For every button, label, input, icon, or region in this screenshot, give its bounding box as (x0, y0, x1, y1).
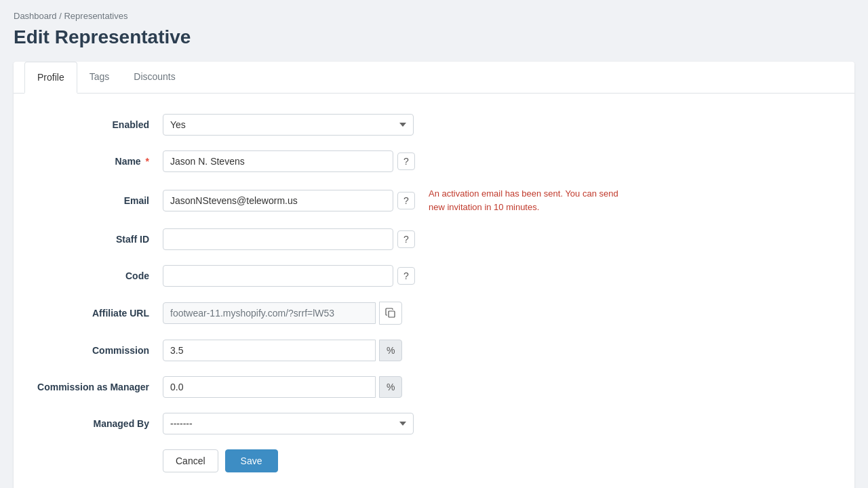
field-row-code: Code ? (27, 265, 841, 287)
commission-addon: % (379, 340, 402, 361)
required-star: * (143, 156, 149, 167)
field-row-name: Name * ? (27, 150, 841, 172)
email-notification: An activation email has been sent. You c… (429, 187, 632, 214)
label-commission: Commission (27, 345, 163, 356)
staff-id-control-wrap: ? (163, 228, 415, 250)
save-button[interactable]: Save (225, 449, 278, 472)
email-input[interactable] (163, 190, 393, 211)
breadcrumb-representatives: Representatives (64, 11, 127, 21)
page-wrapper: Dashboard / Representatives Edit Represe… (0, 0, 868, 488)
svg-rect-0 (389, 311, 395, 317)
commission-manager-addon: % (379, 376, 402, 398)
page-title: Edit Representative (14, 26, 854, 48)
label-staff-id: Staff ID (27, 234, 163, 245)
form-body: Enabled Yes No Name * ? (14, 94, 854, 488)
name-help-icon[interactable]: ? (397, 152, 415, 170)
affiliate-url-copy-icon[interactable] (379, 302, 402, 325)
commission-manager-input[interactable] (163, 376, 376, 398)
tab-bar: Profile Tags Discounts (14, 62, 854, 94)
button-wrap: Cancel Save (163, 449, 278, 472)
label-commission-manager: Commission as Manager (27, 382, 163, 392)
field-row-commission-manager: Commission as Manager % (27, 376, 841, 398)
code-help-icon[interactable]: ? (397, 267, 415, 285)
field-row-enabled: Enabled Yes No (27, 114, 841, 136)
label-code: Code (27, 270, 163, 281)
label-email: Email (27, 195, 163, 206)
code-control-wrap: ? (163, 265, 415, 287)
tab-discounts[interactable]: Discounts (121, 62, 187, 94)
email-control-wrap: ? (163, 190, 415, 211)
label-affiliate-url: Affiliate URL (27, 308, 163, 319)
main-card: Profile Tags Discounts Enabled Yes No Na… (14, 62, 854, 488)
code-input[interactable] (163, 265, 393, 287)
staff-id-help-icon[interactable]: ? (397, 230, 415, 248)
enabled-select[interactable]: Yes No (163, 114, 414, 136)
commission-input[interactable] (163, 340, 376, 361)
name-control-wrap: ? (163, 150, 415, 172)
label-enabled: Enabled (27, 119, 163, 130)
managed-by-select[interactable]: ------- (163, 413, 414, 434)
field-row-affiliate-url: Affiliate URL (27, 302, 841, 325)
field-row-email: Email ? An activation email has been sen… (27, 187, 841, 214)
button-row: Cancel Save (27, 449, 841, 472)
email-help-icon[interactable]: ? (397, 192, 415, 209)
affiliate-url-control-wrap (163, 302, 402, 325)
name-input[interactable] (163, 150, 393, 172)
tab-tags[interactable]: Tags (77, 62, 122, 94)
breadcrumb-dashboard: Dashboard (14, 11, 57, 21)
label-managed-by: Managed By (27, 418, 163, 429)
label-name: Name * (27, 156, 163, 167)
affiliate-url-input[interactable] (163, 302, 376, 324)
field-row-staff-id: Staff ID ? (27, 228, 841, 250)
field-row-managed-by: Managed By ------- (27, 413, 841, 434)
staff-id-input[interactable] (163, 228, 393, 250)
enabled-control-wrap: Yes No (163, 114, 414, 136)
tab-profile[interactable]: Profile (24, 62, 77, 94)
cancel-button[interactable]: Cancel (163, 449, 218, 472)
commission-control-wrap: % (163, 340, 402, 361)
commission-manager-control-wrap: % (163, 376, 402, 398)
managed-by-control-wrap: ------- (163, 413, 414, 434)
field-row-commission: Commission % (27, 340, 841, 361)
breadcrumb: Dashboard / Representatives (14, 11, 854, 21)
